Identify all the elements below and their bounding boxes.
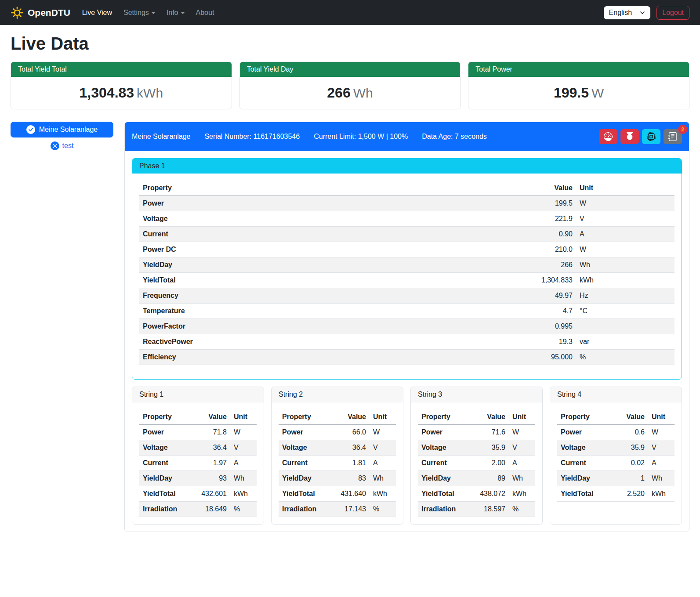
nav-item-about[interactable]: About (190, 5, 220, 20)
table-row: Irradiation17.143% (279, 502, 396, 517)
table-row: YieldDay83Wh (279, 471, 396, 486)
device-info-button[interactable] (642, 129, 660, 144)
summary-cards-row: Total Yield Total 1,304.83kWh Total Yiel… (11, 62, 689, 109)
inverter-item-label: test (62, 142, 74, 150)
column-header-property: Property (279, 409, 330, 425)
summary-card-value: 266 (327, 85, 350, 101)
table-row: Voltage36.4V (139, 440, 257, 456)
inverter-select-button[interactable]: Meine Solaranlage (11, 122, 113, 137)
journal-text-icon (668, 132, 677, 141)
column-header-property: Property (139, 181, 401, 196)
table-row: YieldTotal1,304.833kWh (139, 273, 675, 288)
table-row: Power0.6W (557, 425, 675, 440)
string-table: Property Value Unit Power71.6W Voltage35… (418, 409, 535, 517)
phase-panel-title: Phase 1 (132, 159, 682, 174)
summary-card-title: Total Yield Total (11, 62, 232, 77)
logout-button[interactable]: Logout (656, 6, 689, 20)
table-row: Voltage35.9V (557, 440, 675, 456)
table-row: YieldTotal432.601kWh (139, 486, 257, 502)
power-control-button[interactable] (620, 129, 639, 144)
column-header-value: Value (190, 409, 230, 425)
phase-panel: Phase 1 Property Value Unit (132, 158, 682, 380)
table-row: Power66.0W (279, 425, 396, 440)
cpu-icon (647, 132, 656, 141)
speedometer-icon (604, 132, 613, 141)
inverter-limit: Current Limit: 1,500 W | 100% (314, 133, 408, 141)
table-row: Current1.97A (139, 456, 257, 471)
table-row: Power DC210.0W (139, 242, 675, 257)
column-header-value: Value (469, 409, 509, 425)
inverter-selector: Meine Solaranlage test (11, 122, 113, 150)
language-select[interactable]: English (604, 6, 650, 19)
summary-card-unit: Wh (353, 86, 373, 100)
string-card-3: String 3 Property Value Unit (410, 387, 543, 525)
summary-card-title: Total Power (468, 62, 689, 77)
table-row: PowerFactor0.995 (139, 319, 675, 334)
string-table: Property Value Unit Power66.0W Voltage36… (279, 409, 396, 517)
column-header-unit: Unit (648, 409, 675, 425)
table-row: Current0.90A (139, 227, 675, 242)
string-table: Property Value Unit Power71.8W Voltage36… (139, 409, 257, 517)
nav-item-live-view[interactable]: Live View (76, 5, 118, 20)
table-header-row: Property Value Unit (557, 409, 675, 425)
summary-card-value: 1,304.83 (80, 85, 134, 101)
column-header-property: Property (418, 409, 469, 425)
table-row: Current1.81A (279, 456, 396, 471)
inverter-card: Meine Solaranlage Serial Number: 1161716… (124, 122, 689, 532)
table-row: Current0.02A (557, 456, 675, 471)
nav-links: Live View Settings Info About (76, 5, 220, 20)
language-select-value: English (609, 9, 632, 17)
nav-item-info[interactable]: Info (161, 5, 190, 20)
phase-table: Property Value Unit Power199.5W Voltage2… (139, 181, 675, 365)
table-row: YieldTotal431.640kWh (279, 486, 396, 502)
table-row: Temperature4.7°C (139, 304, 675, 319)
sun-icon (11, 6, 24, 19)
table-row: YieldDay266Wh (139, 257, 675, 273)
column-header-value: Value (330, 409, 370, 425)
brand-title: OpenDTU (28, 7, 70, 18)
inverter-serial: Serial Number: 116171603546 (204, 133, 300, 141)
table-row: YieldTotal2.520kWh (557, 486, 675, 502)
power-icon (625, 132, 634, 141)
string-card-2: String 2 Property Value Unit (271, 387, 403, 525)
string-card-title: String 2 (272, 387, 403, 402)
summary-card-unit: kWh (137, 86, 163, 100)
table-row: Voltage221.9V (139, 211, 675, 227)
table-header-row: Property Value Unit (139, 181, 675, 196)
inverter-actions: 2 (599, 129, 682, 144)
inverter-name: Meine Solaranlage (132, 133, 190, 141)
column-header-unit: Unit (576, 181, 675, 196)
table-row: Power71.6W (418, 425, 535, 440)
brand[interactable]: OpenDTU (11, 6, 70, 19)
table-header-row: Property Value Unit (418, 409, 535, 425)
table-row: YieldDay93Wh (139, 471, 257, 486)
table-row: ReactivePower19.3var (139, 334, 675, 350)
check-circle-icon (26, 125, 35, 134)
table-row: Voltage35.9V (418, 440, 535, 456)
summary-card-total-yield-day: Total Yield Day 266Wh (239, 62, 461, 109)
table-row: Frequency49.97Hz (139, 288, 675, 304)
table-row: Efficiency95.000% (139, 350, 675, 365)
chevron-down-icon (640, 10, 645, 15)
top-navbar: OpenDTU Live View Settings Info About En… (0, 0, 700, 25)
nav-item-settings[interactable]: Settings (118, 5, 161, 20)
summary-card-total-power: Total Power 199.5W (468, 62, 689, 109)
inverter-card-header: Meine Solaranlage Serial Number: 1161716… (125, 122, 689, 151)
nav-right: English Logout (604, 6, 689, 20)
string-card-1: String 1 Property Value Unit (132, 387, 264, 525)
inverter-item-test[interactable]: test (11, 141, 113, 150)
column-header-property: Property (557, 409, 613, 425)
summary-card-unit: W (591, 86, 604, 100)
column-header-unit: Unit (509, 409, 535, 425)
summary-card-title: Total Yield Day (240, 62, 461, 77)
table-row: Voltage36.4V (279, 440, 396, 456)
string-card-title: String 3 (411, 387, 542, 402)
event-log-button[interactable]: 2 (664, 129, 682, 144)
string-card-4: String 4 Property Value Unit (550, 387, 682, 525)
page-title: Live Data (11, 34, 689, 54)
table-header-row: Property Value Unit (279, 409, 396, 425)
table-row: Power71.8W (139, 425, 257, 440)
string-table: Property Value Unit Power0.6W Voltage35.… (557, 409, 675, 502)
chevron-down-icon (152, 12, 155, 14)
limit-settings-button[interactable] (599, 129, 617, 144)
